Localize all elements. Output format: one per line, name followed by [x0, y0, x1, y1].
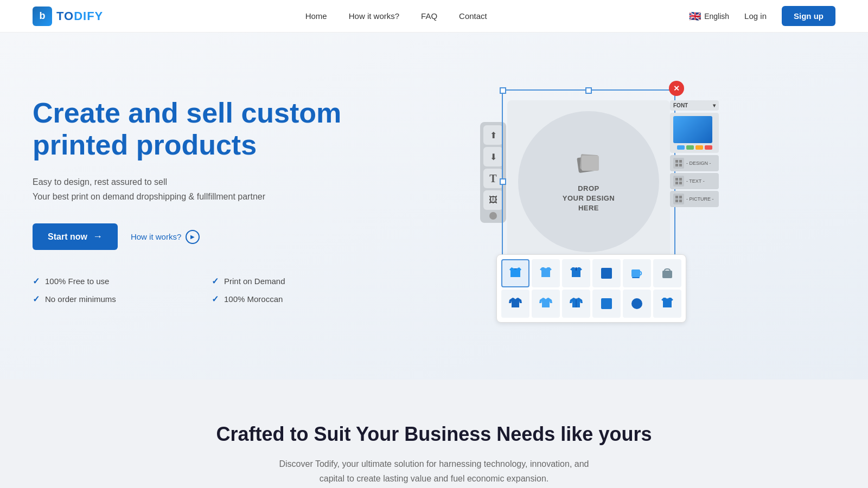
- picture-option-icon: [673, 194, 684, 204]
- logo-icon: b: [33, 7, 52, 26]
- drop-zone[interactable]: DROP YOUR DESIGN HERE: [518, 111, 659, 252]
- section-two-subtitle: Discover Todify, your ultimate solution …: [271, 457, 597, 486]
- nav-faq[interactable]: FAQ: [421, 11, 437, 21]
- text-option-icon: [673, 176, 684, 187]
- image-tool-icon[interactable]: 🖼: [483, 190, 503, 210]
- section-two-title: Crafted to Suit Your Business Needs like…: [216, 423, 652, 446]
- logo[interactable]: b TODIFY: [33, 7, 103, 26]
- svg-rect-12: [679, 196, 682, 198]
- svg-rect-10: [679, 182, 682, 184]
- left-toolbar: ⬆ ⬇ T 🖼: [480, 122, 506, 223]
- nav-contact[interactable]: Contact: [459, 11, 487, 21]
- nav-links: Home How it works? FAQ Contact: [305, 11, 487, 21]
- font-selector[interactable]: FONT ▾: [670, 100, 719, 111]
- feature-pod: ✓ Print on Demand: [212, 276, 358, 286]
- swatch-green[interactable]: [686, 145, 694, 150]
- color-box: [673, 116, 712, 143]
- feature-no-min: ✓ No order minimums: [33, 294, 179, 304]
- panel-options: - DESIGN - - TEXT - - PICTURE -: [670, 155, 719, 207]
- handle-top-right: [671, 87, 678, 94]
- product-grid: [496, 254, 686, 323]
- flag-icon: 🇬🇧: [689, 10, 701, 22]
- start-now-button[interactable]: Start now →: [33, 223, 118, 250]
- svg-rect-3: [675, 160, 678, 163]
- product-item-longsleeve2[interactable]: [532, 290, 560, 318]
- navbar: b TODIFY Home How it works? FAQ Contact …: [0, 0, 868, 33]
- feature-free: ✓ 100% Free to use: [33, 276, 179, 286]
- svg-rect-2: [582, 156, 599, 171]
- nav-right: 🇬🇧 English Log in Sign up: [689, 6, 835, 26]
- svg-rect-13: [675, 200, 678, 202]
- color-preview: [670, 113, 719, 153]
- svg-rect-6: [679, 164, 682, 166]
- svg-rect-20: [601, 298, 612, 309]
- right-panel: FONT ▾: [670, 100, 719, 207]
- text-option[interactable]: - TEXT -: [670, 173, 719, 189]
- canvas-area: DROP YOUR DESIGN HERE: [507, 100, 670, 263]
- arrow-right-icon: →: [93, 231, 103, 242]
- how-it-works-link[interactable]: How it works? ▶: [131, 230, 200, 244]
- language-label: English: [704, 12, 729, 21]
- text-tool-icon[interactable]: T: [483, 169, 503, 188]
- product-item-longsleeve1[interactable]: [501, 290, 529, 318]
- svg-rect-16: [631, 269, 640, 277]
- hero-title: Create and sell custom printed products: [33, 97, 358, 162]
- swatch-blue[interactable]: [677, 145, 685, 150]
- language-selector[interactable]: 🇬🇧 English: [689, 10, 729, 22]
- swatch-red[interactable]: [705, 145, 712, 150]
- design-option-icon: [673, 158, 684, 169]
- check-icon: ✓: [33, 276, 40, 286]
- drop-text: DROP YOUR DESIGN HERE: [563, 184, 615, 214]
- product-item-square[interactable]: [592, 259, 621, 287]
- handle-top-center: [585, 87, 592, 94]
- design-option[interactable]: - DESIGN -: [670, 155, 719, 171]
- svg-point-21: [631, 298, 642, 309]
- svg-rect-9: [675, 182, 678, 184]
- product-item-bag[interactable]: [653, 259, 681, 287]
- nav-how-it-works[interactable]: How it works?: [349, 11, 399, 21]
- nav-home[interactable]: Home: [305, 11, 327, 21]
- product-item-tshirt[interactable]: [532, 259, 560, 287]
- close-selection-button[interactable]: ✕: [669, 81, 684, 96]
- svg-rect-5: [675, 164, 678, 166]
- svg-rect-15: [601, 268, 612, 279]
- play-icon: ▶: [186, 230, 200, 244]
- swatch-orange[interactable]: [695, 145, 703, 150]
- hero-section: Create and sell custom printed products …: [0, 33, 868, 380]
- product-item-jacket[interactable]: [562, 290, 590, 318]
- upload-icon[interactable]: ⬆: [483, 125, 503, 145]
- product-item-tshirt2[interactable]: [653, 290, 681, 318]
- download-icon[interactable]: ⬇: [483, 147, 503, 166]
- picture-option[interactable]: - PICTURE -: [670, 191, 719, 207]
- signup-button[interactable]: Sign up: [782, 6, 835, 26]
- chevron-down-icon: ▾: [713, 102, 716, 108]
- product-item-mug[interactable]: [623, 259, 651, 287]
- product-item-circle[interactable]: [623, 290, 651, 318]
- product-item-square2[interactable]: [592, 290, 621, 318]
- svg-rect-7: [675, 178, 678, 181]
- hero-actions: Start now → How it works? ▶: [33, 223, 358, 250]
- check-icon: ✓: [212, 276, 219, 286]
- features-grid: ✓ 100% Free to use ✓ Print on Demand ✓ N…: [33, 276, 358, 304]
- svg-rect-14: [679, 200, 682, 202]
- svg-rect-17: [632, 277, 640, 278]
- hero-left: Create and sell custom printed products …: [33, 97, 358, 305]
- login-button[interactable]: Log in: [738, 7, 773, 25]
- svg-rect-18: [662, 271, 672, 278]
- svg-rect-11: [675, 196, 678, 198]
- shape-tool-icon[interactable]: [489, 212, 497, 220]
- logo-text: TODIFY: [56, 9, 103, 23]
- check-icon: ✓: [33, 294, 40, 304]
- section-two: Crafted to Suit Your Business Needs like…: [0, 380, 868, 488]
- design-tool-mockup: ⬆ ⬇ T 🖼: [475, 79, 719, 323]
- svg-rect-4: [679, 160, 682, 163]
- drop-icon: [575, 150, 602, 179]
- feature-moroccan: ✓ 100% Moroccan: [212, 294, 358, 304]
- handle-top-left: [500, 87, 506, 94]
- hero-right: ⬆ ⬇ T 🖼: [358, 65, 835, 336]
- check-icon: ✓: [212, 294, 219, 304]
- svg-rect-8: [679, 178, 682, 181]
- hero-subtitle: Easy to design, rest assured to sell You…: [33, 175, 358, 204]
- product-item-polo[interactable]: [562, 259, 590, 287]
- product-item-hoodie[interactable]: [501, 259, 529, 287]
